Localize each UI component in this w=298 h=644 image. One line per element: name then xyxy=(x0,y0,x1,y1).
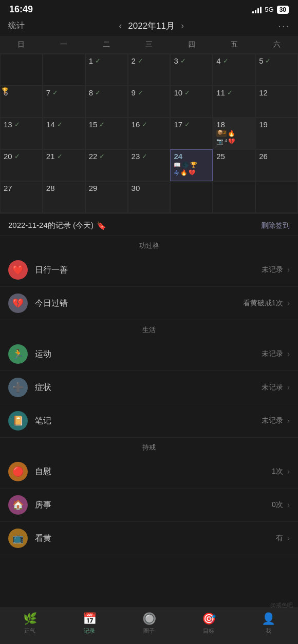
weekday-mon: 一 xyxy=(43,38,85,51)
cal-date-number: 2 xyxy=(132,56,136,65)
cal-date-number: 1 xyxy=(89,56,93,65)
list-item[interactable]: ➕症状未记录› xyxy=(0,371,298,404)
item-value: 未记录 xyxy=(262,265,283,275)
calendar-cell[interactable]: 7✓ xyxy=(43,86,85,118)
nav-label: 目标 xyxy=(203,627,214,635)
nav-item-记录[interactable]: 📅记录 xyxy=(60,612,119,635)
cal-date-number: 11 xyxy=(216,88,225,97)
cal-date-number: 19 xyxy=(259,120,268,129)
chevron-right-icon: › xyxy=(287,265,290,275)
nav-icon: 🌿 xyxy=(23,612,37,626)
nav-item-正气[interactable]: 🌿正气 xyxy=(0,612,60,635)
nav-icon-active: 📅 xyxy=(83,612,97,626)
chevron-right-icon: › xyxy=(287,416,290,425)
calendar-cell[interactable]: 10✓ xyxy=(170,86,213,118)
calendar-cell[interactable]: 26 xyxy=(255,149,298,181)
calendar-cell[interactable]: 14✓ xyxy=(43,118,85,149)
cal-date-number: 26 xyxy=(259,152,268,161)
group-header: 持戒 xyxy=(0,438,298,455)
cal-date-number: 4 xyxy=(216,56,220,65)
more-options-button[interactable]: ··· xyxy=(278,20,290,32)
calendar-cell[interactable]: 16✓ xyxy=(128,118,171,149)
calendar-cell[interactable]: 22✓ xyxy=(85,149,128,181)
calendar-cell xyxy=(170,181,213,213)
weekday-wed: 三 xyxy=(128,38,171,51)
calendar-cell[interactable]: 3✓ xyxy=(170,54,213,86)
calendar-cell[interactable]: 11✓ xyxy=(213,86,255,118)
groups-container: 功过格❤️日行一善未记录›💔今日过错看黄破戒1次›生活🏃运动未记录›➕症状未记录… xyxy=(0,236,298,555)
item-icon: ❤️ xyxy=(8,260,28,280)
list-item[interactable]: 📺看黄有› xyxy=(0,522,298,555)
calendar-grid: 1✓2✓3✓4✓5✓🏆67✓8✓9✓10✓11✓1213✓14✓15✓16✓17… xyxy=(0,54,298,213)
cal-date-number: 15 xyxy=(89,120,98,129)
calendar-cell[interactable]: 5✓ xyxy=(255,54,298,86)
calendar-cell[interactable]: 8✓ xyxy=(85,86,128,118)
network-type: 5G xyxy=(265,6,273,13)
cal-date-number: 9 xyxy=(132,88,136,97)
calendar-cell xyxy=(0,54,43,86)
battery-indicator: 30 xyxy=(277,6,289,14)
month-nav: ‹ 2022年11月 › xyxy=(25,20,278,32)
weekday-fri: 五 xyxy=(213,38,255,51)
calendar-cell[interactable]: 15✓ xyxy=(85,118,128,149)
next-month-button[interactable]: › xyxy=(181,21,184,31)
item-value: 有 xyxy=(276,534,283,543)
cal-date-number: 18 xyxy=(216,120,225,129)
cal-date-number: 20 xyxy=(4,152,12,161)
calendar-cell[interactable]: 1✓ xyxy=(85,54,128,86)
nav-item-目标[interactable]: 🎯目标 xyxy=(179,612,238,635)
calendar-cell[interactable]: 🏆6 xyxy=(0,86,43,118)
chevron-right-icon: › xyxy=(287,299,290,308)
weekday-header: 日 一 二 三 四 五 六 xyxy=(0,36,298,54)
calendar-cell[interactable]: 21✓ xyxy=(43,149,85,181)
list-item[interactable]: 🔴自慰1次› xyxy=(0,455,298,489)
calendar-cell[interactable]: 29 xyxy=(85,181,128,213)
item-label: 房事 xyxy=(35,500,272,511)
calendar: 日 一 二 三 四 五 六 1✓2✓3✓4✓5✓🏆67✓8✓9✓10✓11✓12… xyxy=(0,36,298,213)
calendar-cell xyxy=(255,181,298,213)
calendar-cell[interactable]: 13✓ xyxy=(0,118,43,149)
calendar-cell[interactable]: 27 xyxy=(0,181,43,213)
list-item[interactable]: 🏃运动未记录› xyxy=(0,338,298,371)
calendar-cell[interactable]: 23✓ xyxy=(128,149,171,181)
calendar-cell[interactable]: 20✓ xyxy=(0,149,43,181)
cal-date-number: 28 xyxy=(46,184,55,192)
item-value: 0次 xyxy=(272,500,283,510)
calendar-cell[interactable]: 2✓ xyxy=(128,54,171,86)
nav-label: 正气 xyxy=(24,627,35,635)
cal-date-number: 22 xyxy=(89,152,98,161)
calendar-cell[interactable]: 30 xyxy=(128,181,171,213)
nav-item-圈子[interactable]: 🔘圈子 xyxy=(119,612,179,635)
item-icon: 📔 xyxy=(8,411,28,431)
calendar-cell xyxy=(213,181,255,213)
item-value: 看黄破戒1次 xyxy=(243,299,283,308)
record-header: 2022-11-24的记录 (今天) 🔖 删除签到 xyxy=(0,213,298,236)
calendar-cell[interactable]: 25 xyxy=(213,149,255,181)
cal-date-number: 14 xyxy=(46,120,55,129)
item-label: 运动 xyxy=(35,349,262,360)
chevron-right-icon: › xyxy=(287,500,290,510)
calendar-cell[interactable]: 17✓ xyxy=(170,118,213,149)
calendar-cell[interactable]: 9✓ xyxy=(128,86,171,118)
calendar-cell[interactable]: 28 xyxy=(43,181,85,213)
item-label: 今日过错 xyxy=(35,298,243,309)
nav-item-我[interactable]: 👤我 xyxy=(238,612,298,635)
cal-date-number: 7 xyxy=(46,88,50,97)
cal-date-number: 24 xyxy=(174,152,182,161)
cal-date-number: 21 xyxy=(46,152,55,161)
delete-checkin-button[interactable]: 删除签到 xyxy=(261,221,290,230)
calendar-cell xyxy=(43,54,85,86)
calendar-cell[interactable]: 19 xyxy=(255,118,298,149)
list-item[interactable]: ❤️日行一善未记录› xyxy=(0,253,298,287)
list-item[interactable]: 🏠房事0次› xyxy=(0,489,298,522)
calendar-cell[interactable]: 24📖🌑🏆今🔥💔 xyxy=(170,149,213,181)
nav-label: 圈子 xyxy=(143,627,155,635)
prev-month-button[interactable]: ‹ xyxy=(119,21,122,31)
calendar-cell[interactable]: 12 xyxy=(255,86,298,118)
list-item[interactable]: 💔今日过错看黄破戒1次› xyxy=(0,287,298,320)
status-bar: 16:49 5G 30 xyxy=(0,0,298,17)
calendar-cell[interactable]: 4✓ xyxy=(213,54,255,86)
list-item[interactable]: 📔笔记未记录› xyxy=(0,404,298,438)
calendar-cell[interactable]: 18📦3🔥📷4💔 xyxy=(213,118,255,149)
stats-link[interactable]: 统计 xyxy=(8,21,25,31)
